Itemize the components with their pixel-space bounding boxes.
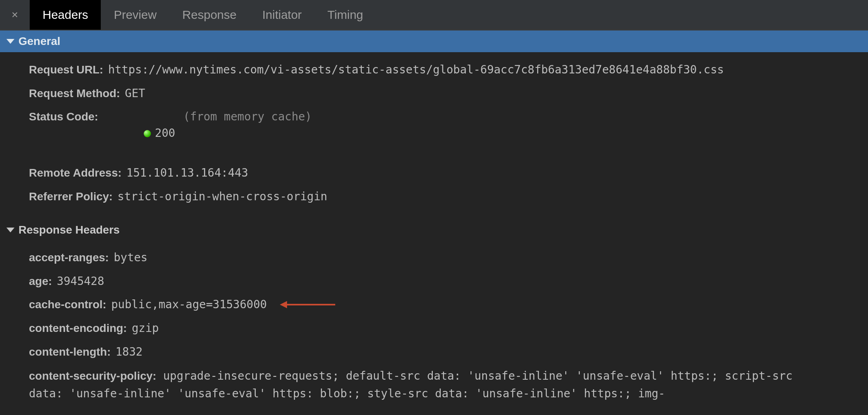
tab-label: Response — [182, 8, 236, 22]
close-icon[interactable]: × — [0, 0, 30, 30]
field-label: cache-control: — [29, 297, 106, 313]
row-status-code: Status Code: 200 (from memory cache) — [29, 109, 868, 158]
status-annotation: (from memory cache) — [183, 109, 312, 125]
tab-label: Timing — [328, 8, 363, 22]
field-label: content-length: — [29, 344, 111, 360]
field-label: content-encoding: — [29, 320, 127, 337]
field-value: 200 — [103, 109, 175, 158]
field-value: GET — [125, 85, 145, 102]
tab-response[interactable]: Response — [169, 0, 249, 30]
row-remote-address: Remote Address: 151.101.13.164:443 — [29, 165, 868, 181]
field-value: 3945428 — [57, 273, 104, 290]
section-title: Response Headers — [18, 224, 120, 236]
tab-label: Preview — [114, 8, 157, 22]
tab-timing[interactable]: Timing — [315, 0, 376, 30]
row-content-security-policy: content-security-policy: upgrade-insecur… — [29, 367, 832, 402]
section-header-response-headers[interactable]: Response Headers — [0, 220, 868, 240]
row-cache-control: cache-control: public,max-age=31536000 — [29, 297, 868, 313]
field-label: Request URL: — [29, 62, 103, 78]
field-value: 1832 — [116, 344, 143, 360]
status-code-value: 200 — [155, 126, 175, 140]
field-label: Referrer Policy: — [29, 189, 113, 205]
tab-preview[interactable]: Preview — [101, 0, 169, 30]
row-content-encoding: content-encoding: gzip — [29, 320, 868, 337]
row-age: age: 3945428 — [29, 273, 868, 290]
chevron-down-icon — [6, 39, 14, 44]
tab-headers[interactable]: Headers — [30, 0, 101, 30]
field-label: Request Method: — [29, 85, 120, 102]
section-title: General — [18, 35, 60, 48]
row-content-length: content-length: 1832 — [29, 344, 868, 360]
field-value: bytes — [114, 250, 147, 266]
tab-initiator[interactable]: Initiator — [249, 0, 314, 30]
field-value: strict-origin-when-cross-origin — [118, 189, 328, 205]
row-request-url: Request URL: https://www.nytimes.com/vi-… — [29, 62, 868, 78]
status-dot-icon — [144, 130, 151, 137]
arrow-left-icon — [280, 301, 335, 308]
field-label: age: — [29, 273, 52, 290]
response-headers-rows: accept-ranges: bytes age: 3945428 cache-… — [0, 240, 868, 409]
chevron-down-icon — [6, 228, 14, 232]
row-request-method: Request Method: GET — [29, 85, 868, 102]
field-label: content-security-policy: — [29, 370, 156, 382]
field-value: public,max-age=31536000 — [111, 297, 267, 313]
field-value: gzip — [132, 320, 159, 337]
field-label: Remote Address: — [29, 165, 122, 181]
section-header-general[interactable]: General — [0, 31, 868, 52]
field-label: Status Code: — [29, 109, 98, 125]
tab-label: Headers — [43, 8, 88, 22]
tab-label: Initiator — [262, 8, 302, 22]
field-label: accept-ranges: — [29, 250, 109, 266]
row-referrer-policy: Referrer Policy: strict-origin-when-cros… — [29, 189, 868, 205]
row-accept-ranges: accept-ranges: bytes — [29, 250, 868, 266]
tab-bar: × Headers Preview Response Initiator Tim… — [0, 0, 868, 31]
field-value: https://www.nytimes.com/vi-assets/static… — [108, 62, 724, 78]
field-value: 151.101.13.164:443 — [126, 165, 248, 181]
general-rows: Request URL: https://www.nytimes.com/vi-… — [0, 52, 868, 212]
